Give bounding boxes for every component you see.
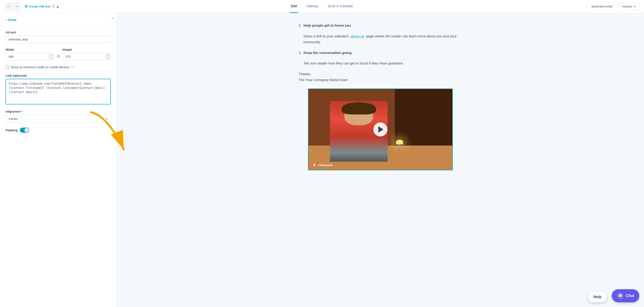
done-label: Done xyxy=(8,18,16,22)
navbar-tabs: Edit Settings Send or schedule xyxy=(290,0,354,13)
lock-icon: 🔒 xyxy=(56,5,60,8)
height-down-arrow[interactable]: ▼ xyxy=(106,57,111,61)
signature-thanks: Thanks, xyxy=(299,71,462,77)
width-input-wrap: ▲ ▼ xyxy=(6,53,54,61)
about-us-link[interactable]: about us xyxy=(351,34,364,38)
navbar-left: ↩ ↪ ⚗ Create A/B test ⓘ 🔒 xyxy=(5,3,62,10)
alt-text-input[interactable] xyxy=(6,36,111,43)
item3-number: 3. xyxy=(299,51,302,55)
actions-chevron-icon: ▼ xyxy=(634,5,636,8)
email-content: 2. Help people get to know you Share a l… xyxy=(299,23,462,170)
alignment-group: Alignment * Left Center Right ▼ xyxy=(6,110,111,123)
item2-text: Share a link to your website's xyxy=(303,34,349,38)
sidebar-content: Alt text Width ▲ ▼ ⛓ He xyxy=(0,26,116,137)
alt-text-label: Alt text xyxy=(6,31,111,34)
lamp-pole xyxy=(399,144,400,153)
sidebar-collapse-button[interactable]: « xyxy=(112,16,114,20)
item3-text: Tell your reader how they can get in tou… xyxy=(299,60,462,66)
videoask-brand: videoask xyxy=(312,163,333,167)
actions-label: Actions xyxy=(622,5,632,8)
link-chain-icon: ⛓ xyxy=(56,55,60,59)
play-triangle-icon xyxy=(378,126,384,133)
done-button[interactable]: ‹ Done xyxy=(0,13,116,26)
height-input[interactable] xyxy=(62,53,111,61)
video-thumbnail: videoask xyxy=(308,89,452,170)
content-area: 2. Help people get to know you Share a l… xyxy=(117,13,644,307)
main-layout: « ‹ Done Alt text Width ▲ ▼ xyxy=(0,13,644,307)
tab-edit[interactable]: Edit xyxy=(290,0,298,13)
tab-send[interactable]: Send or schedule xyxy=(327,0,354,13)
info-icon: ⓘ xyxy=(52,5,55,9)
item2-title: Help people get to know you xyxy=(304,23,351,27)
dimensions-row: Width ▲ ▼ ⛓ Height ▲ xyxy=(6,48,111,61)
width-arrows: ▲ ▼ xyxy=(48,53,54,61)
chat-bubble-icon: 💬 xyxy=(617,292,624,299)
videoask-dot-icon xyxy=(312,163,316,167)
mobile-max-width-label: Show as maximum width on mobile devices xyxy=(11,65,69,69)
link-label: Link (optional) xyxy=(6,74,111,77)
lamp-shade xyxy=(396,140,403,144)
alignment-select[interactable]: Left Center Right xyxy=(6,115,111,123)
ab-test-button[interactable]: ⚗ Create A/B test ⓘ 🔒 xyxy=(22,4,62,10)
width-input[interactable] xyxy=(6,53,54,61)
link-group: Link (optional) https://www.videoask.com… xyxy=(6,74,111,105)
alignment-select-wrap: Left Center Right ▼ xyxy=(6,115,111,123)
alt-text-group: Alt text xyxy=(6,31,111,43)
email-item-2: 2. Help people get to know you Share a l… xyxy=(299,23,462,45)
undo-redo-group: ↩ ↪ xyxy=(5,3,20,10)
width-group: Width ▲ ▼ xyxy=(6,48,54,61)
height-label: Height xyxy=(62,48,111,51)
navbar-right: Send test email Actions ▼ xyxy=(588,3,639,10)
undo-button[interactable]: ↩ xyxy=(5,3,12,10)
left-sidebar: « ‹ Done Alt text Width ▲ ▼ xyxy=(0,13,117,307)
toggle-knob xyxy=(24,128,29,132)
height-up-arrow[interactable]: ▲ xyxy=(106,53,111,57)
ab-test-label: Create A/B test xyxy=(29,5,50,8)
video-container[interactable]: videoask xyxy=(308,89,453,171)
signature-company: The Your Company Name team xyxy=(299,77,462,83)
link-input[interactable]: https://www.videoask.com/fsat5hms5T#cont… xyxy=(6,79,111,104)
padding-toggle[interactable]: ✓ xyxy=(20,128,29,133)
mobile-info-icon[interactable]: ⓘ xyxy=(71,65,74,69)
width-up-arrow[interactable]: ▲ xyxy=(49,53,54,57)
actions-button[interactable]: Actions ▼ xyxy=(618,3,639,10)
tab-settings[interactable]: Settings xyxy=(306,0,319,13)
chat-label: Chat xyxy=(626,294,634,298)
email-signature: Thanks, The Your Company Name team xyxy=(299,71,462,83)
height-group: Height ▲ ▼ xyxy=(62,48,111,61)
person-hair xyxy=(342,102,376,115)
chevron-left-icon: ‹ xyxy=(6,18,7,22)
padding-label: Padding xyxy=(6,129,18,132)
send-test-email-button[interactable]: Send test email xyxy=(588,3,616,10)
lamp xyxy=(397,140,402,154)
mobile-width-checkbox-row: Show as maximum width on mobile devices … xyxy=(6,65,111,69)
help-button[interactable]: Help xyxy=(588,291,607,302)
chat-button[interactable]: 💬 Chat xyxy=(612,289,639,302)
item2-number: 2. xyxy=(299,23,302,27)
padding-row: Padding ✓ xyxy=(6,128,111,133)
height-input-wrap: ▲ ▼ xyxy=(62,53,111,61)
width-down-arrow[interactable]: ▼ xyxy=(49,57,54,61)
item3-title: Keep the conversation going xyxy=(304,51,352,55)
width-label: Width xyxy=(6,48,54,51)
redo-button[interactable]: ↪ xyxy=(13,3,20,10)
redo-icon: ↪ xyxy=(16,4,18,9)
videoask-brand-label: videoask xyxy=(318,163,333,167)
undo-icon: ↩ xyxy=(7,4,10,9)
play-button[interactable] xyxy=(373,122,388,136)
navbar: ↩ ↪ ⚗ Create A/B test ⓘ 🔒 Edit Settings … xyxy=(0,0,644,13)
email-item-3: 3. Keep the conversation going Tell your… xyxy=(299,50,462,66)
alignment-label: Alignment * xyxy=(6,110,111,113)
mobile-max-width-checkbox[interactable] xyxy=(6,66,9,69)
flask-icon: ⚗ xyxy=(24,5,27,9)
height-arrows: ▲ ▼ xyxy=(105,53,111,61)
